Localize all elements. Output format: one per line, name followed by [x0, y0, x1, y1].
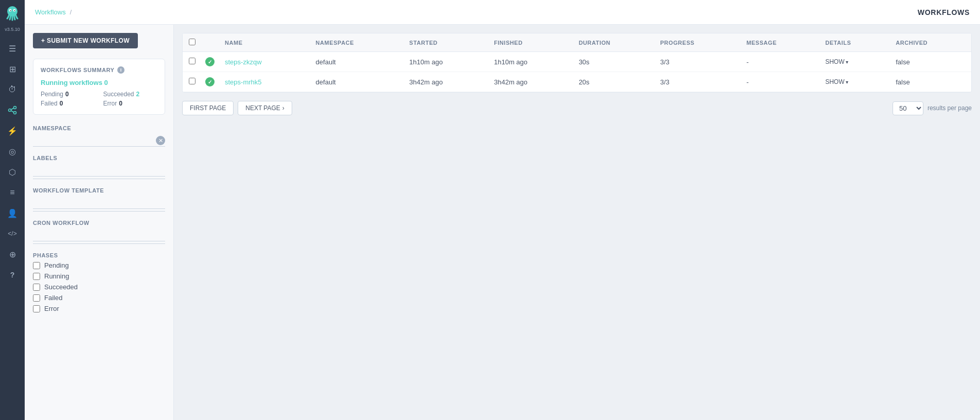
- summary-title: WORKFLOWS SUMMARY i: [41, 66, 157, 74]
- workflows-table-wrap: NAME NAMESPACE STARTED FINISHED DURATION…: [182, 33, 972, 93]
- workflow-icon[interactable]: [3, 101, 22, 119]
- row2-show-link[interactable]: SHOW: [825, 78, 883, 85]
- svg-point-4: [14, 10, 15, 11]
- svg-point-7: [14, 112, 16, 114]
- row2-checkbox[interactable]: [189, 78, 195, 84]
- table-header-row: NAME NAMESPACE STARTED FINISHED DURATION…: [183, 33, 971, 52]
- labels-filter: LABELS: [33, 155, 165, 179]
- namespace-clear-button[interactable]: ✕: [156, 136, 165, 145]
- phases-filter: PHASES Pending Running Succeeded: [33, 252, 165, 312]
- namespace-filter-label: NAMESPACE: [33, 125, 165, 131]
- menu-icon[interactable]: ☰: [3, 39, 22, 58]
- row2-finished-cell: 3h42m ago: [488, 72, 573, 92]
- namespace-header: NAMESPACE: [310, 33, 403, 52]
- row1-duration-cell: 30s: [573, 52, 654, 72]
- row2-duration-cell: 20s: [573, 72, 654, 92]
- logo-icon: [4, 5, 21, 22]
- namespace-filter: NAMESPACE ✕: [33, 125, 165, 147]
- error-summary: Error 0: [103, 100, 158, 107]
- phase-running-checkbox[interactable]: [33, 273, 40, 280]
- row1-finished-cell: 1h10m ago: [488, 52, 573, 72]
- first-page-button[interactable]: FIRST PAGE: [182, 101, 234, 115]
- svg-point-3: [10, 10, 11, 11]
- namespace-input[interactable]: [33, 134, 165, 147]
- results-per-page-select[interactable]: 50 25 100: [893, 101, 923, 115]
- flash-icon[interactable]: ⚡: [3, 121, 22, 140]
- row2-name-cell: steps-mrhk5: [219, 72, 310, 92]
- app-version: v3.5.10: [5, 27, 20, 32]
- breadcrumb-workflows-link[interactable]: Workflows: [35, 8, 66, 16]
- row1-name-link[interactable]: steps-zkzqw: [225, 58, 262, 66]
- running-count: 0: [104, 79, 108, 86]
- succeeded-summary: Succeeded 2: [103, 91, 158, 98]
- row2-status-icon: [205, 77, 215, 86]
- archived-header: ARCHIVED: [889, 33, 971, 52]
- row2-name-link[interactable]: steps-mrhk5: [225, 78, 262, 86]
- list-icon[interactable]: ≡: [3, 183, 22, 202]
- row2-archived-cell: false: [889, 72, 971, 92]
- summary-info-icon: i: [117, 66, 124, 74]
- submit-workflow-button[interactable]: + SUBMIT NEW WORKFLOW: [33, 33, 138, 48]
- phase-pending-label: Pending: [44, 261, 69, 269]
- phase-failed-checkbox[interactable]: [33, 294, 40, 302]
- row2-started-cell: 3h42m ago: [403, 72, 488, 92]
- table-row: steps-mrhk5 default 3h42m ago 3h42m ago …: [183, 72, 971, 92]
- row2-checkbox-cell[interactable]: [183, 72, 203, 92]
- results-per-page-control: 50 25 100 results per page: [893, 101, 972, 115]
- phase-error-checkbox[interactable]: [33, 305, 40, 312]
- row1-started-cell: 1h10m ago: [403, 52, 488, 72]
- link-icon[interactable]: ⬡: [3, 163, 22, 181]
- phase-failed[interactable]: Failed: [33, 294, 165, 302]
- phase-error[interactable]: Error: [33, 305, 165, 312]
- phase-pending[interactable]: Pending: [33, 261, 165, 269]
- cron-workflow-input[interactable]: [33, 229, 165, 241]
- page-title: WORKFLOWS: [918, 8, 970, 16]
- table-body: steps-zkzqw default 1h10m ago 1h10m ago …: [183, 52, 971, 92]
- svg-point-5: [9, 109, 11, 112]
- row1-checkbox[interactable]: [189, 58, 195, 64]
- puzzle-icon[interactable]: ⊕: [3, 245, 22, 264]
- code-icon[interactable]: </>: [3, 224, 22, 243]
- phase-succeeded[interactable]: Succeeded: [33, 283, 165, 291]
- phase-running[interactable]: Running: [33, 272, 165, 280]
- row1-archived-cell: false: [889, 52, 971, 72]
- sidebar: v3.5.10 ☰ ⊞ ⏱ ⚡ ◎ ⬡ ≡ 👤 </> ⊕ ?: [0, 0, 25, 420]
- labels-filter-label: LABELS: [33, 155, 165, 161]
- user-icon[interactable]: 👤: [3, 204, 22, 222]
- select-all-header[interactable]: [183, 33, 203, 52]
- help-icon[interactable]: ?: [3, 266, 22, 284]
- workflow-template-filter-label: WORKFLOW TEMPLATE: [33, 187, 165, 194]
- failed-summary: Failed 0: [41, 100, 95, 107]
- right-panel: NAME NAMESPACE STARTED FINISHED DURATION…: [174, 25, 980, 420]
- next-page-button[interactable]: NEXT PAGE ›: [238, 101, 292, 115]
- row1-details-cell[interactable]: SHOW: [819, 52, 889, 72]
- status-header: [203, 33, 219, 52]
- select-all-checkbox[interactable]: [189, 39, 195, 45]
- cron-workflow-filter-label: CRON WORKFLOW: [33, 220, 165, 226]
- summary-grid: Pending 0 Succeeded 2 Failed 0 Error 0: [41, 91, 157, 107]
- row1-show-link[interactable]: SHOW: [825, 58, 883, 65]
- phase-succeeded-checkbox[interactable]: [33, 284, 40, 291]
- workflow-template-filter: WORKFLOW TEMPLATE: [33, 187, 165, 212]
- svg-line-8: [11, 108, 14, 110]
- row2-details-cell[interactable]: SHOW: [819, 72, 889, 92]
- phase-failed-label: Failed: [44, 294, 62, 302]
- dashboard-icon[interactable]: ⊞: [3, 60, 22, 78]
- topbar: Workflows / WORKFLOWS: [25, 0, 980, 25]
- row2-message-cell: -: [740, 72, 819, 92]
- running-label: Running workflows 0: [41, 79, 157, 86]
- pagination: FIRST PAGE NEXT PAGE › 50 25 100 results…: [182, 101, 972, 115]
- row1-status-icon: [205, 57, 215, 66]
- workflow-template-input[interactable]: [33, 197, 165, 209]
- row1-checkbox-cell[interactable]: [183, 52, 203, 72]
- phase-running-label: Running: [44, 272, 69, 280]
- svg-line-9: [11, 111, 14, 112]
- content-area: + SUBMIT NEW WORKFLOW WORKFLOWS SUMMARY …: [25, 25, 980, 420]
- clock-icon[interactable]: ⏱: [3, 80, 22, 99]
- labels-input[interactable]: [33, 164, 165, 177]
- headset-icon[interactable]: ◎: [3, 142, 22, 161]
- workflows-summary-box: WORKFLOWS SUMMARY i Running workflows 0 …: [33, 59, 165, 115]
- workflows-table: NAME NAMESPACE STARTED FINISHED DURATION…: [183, 33, 971, 92]
- phase-pending-checkbox[interactable]: [33, 262, 40, 269]
- row1-namespace-cell: default: [310, 52, 403, 72]
